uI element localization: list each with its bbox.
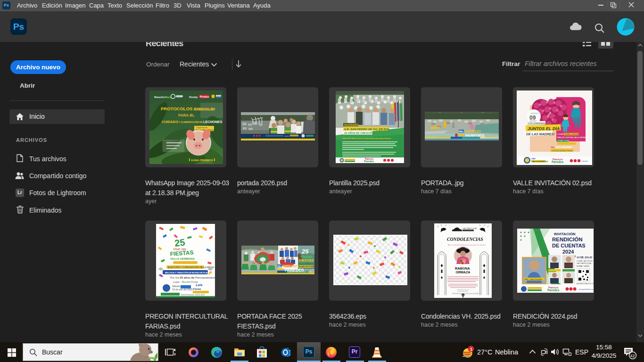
svg-text:20 AÑOS DE CREACIÓN: 20 AÑOS DE CREACIÓN	[344, 132, 374, 134]
svg-text:HORA: 10:H00 AM: HORA: 10:H00 AM	[564, 133, 579, 135]
svg-text:Fiestas: Fiestas	[301, 255, 312, 258]
svg-text:MSc.: MSc.	[459, 131, 464, 133]
svg-text:ELECCIÓN Y CORONACIÓN DE LA RE: ELECCIÓN Y CORONACIÓN DE LA REINA	[168, 266, 215, 269]
svg-text:CONDOLENCIAS: CONDOLENCIAS	[447, 237, 483, 242]
svg-text:2024: 2024	[562, 249, 574, 255]
svg-text:ADMINISTRACIÓN 2023: ADMINISTRACIÓN 2023	[481, 137, 499, 139]
svg-text:U.E. SAN PEDRO DE V.H. EN SUS: U.E. SAN PEDRO DE V.H. EN SUS	[344, 128, 389, 131]
svg-text:JUNTOS EL DÍA: JUNTOS EL DÍA	[528, 126, 560, 131]
svg-text:RanchoMary: RanchoMary	[154, 96, 172, 99]
svg-text:Valle Hermoso, 03 de junio de: Valle Hermoso, 03 de junio de 2025	[452, 293, 479, 295]
svg-text:Y ALIMENTACIÓN DE: Y ALIMENTACIÓN DE	[179, 120, 203, 123]
svg-text:INVITACIÓN: INVITACIÓN	[554, 232, 576, 236]
svg-text:GANA PREMIOS: GANA PREMIOS	[191, 159, 213, 162]
svg-text:LECHONES: LECHONES	[203, 120, 222, 124]
svg-text:Luis: Luis	[196, 283, 202, 287]
svg-text:HORA: 10:H00: HORA: 10:H00	[558, 140, 569, 142]
svg-text:Sábado: Sábado	[172, 285, 180, 288]
svg-text:ANA MERINO: ANA MERINO	[555, 146, 572, 148]
svg-text:RENDICIÓN: RENDICIÓN	[552, 237, 583, 242]
svg-text:GAD: GAD	[531, 157, 536, 160]
svg-text:Lugar : Recinto Ferial: Lugar : Recinto Ferial	[173, 280, 198, 283]
svg-text:Farias: Farias	[193, 288, 201, 290]
svg-text:ESENCIALES: ESENCIALES	[194, 107, 215, 111]
svg-text:PATRICIO: PATRICIO	[465, 130, 481, 133]
svg-text:PAREDES: PAREDES	[285, 268, 304, 272]
svg-text:RAMONA: RAMONA	[455, 267, 470, 270]
svg-text:DE CUENTAS: DE CUENTAS	[552, 243, 586, 248]
svg-text:Pronaca: Pronaca	[200, 96, 209, 98]
svg-text:PARQUE CENTRAL VALLE HERMOSO: PARQUE CENTRAL VALLE HERMOSO	[557, 137, 589, 139]
svg-text:www.gadvallehermoso.gob.ec: www.gadvallehermoso.gob.ec	[578, 288, 594, 290]
svg-text:ADMINISTRACIÓN 2023 - 2027: ADMINISTRACIÓN 2023 - 2027	[577, 282, 594, 285]
svg-text:GAD PARROQUIAL: GAD PARROQUIAL	[577, 263, 592, 264]
svg-text:www.gad...: www.gad...	[582, 160, 589, 162]
svg-text:PATRICIO: PATRICIO	[283, 264, 297, 268]
svg-text:BELLEZA Y TRADICIÓN DE BODAS D: BELLEZA Y TRADICIÓN DE BODAS DE PLATA	[165, 272, 210, 274]
svg-text:ORMAZA: ORMAZA	[456, 271, 471, 274]
svg-text:DE LAS MADRES!: DE LAS MADRES!	[526, 132, 555, 136]
svg-text:¡Feliz 25° Aniversario, Unidad: ¡Feliz 25° Aniversario, Unidad Educativa…	[342, 137, 391, 140]
svg-text:FELICIDADES: FELICIDADES	[344, 124, 358, 126]
svg-text:Puntiy: Puntiy	[189, 96, 198, 99]
svg-text:GAD PARROQUIAL: GAD PARROQUIAL	[462, 228, 477, 230]
svg-text:Abg.: Abg.	[551, 146, 555, 148]
svg-text:Junto!: Junto!	[284, 135, 290, 137]
svg-text:19 de julio del 2025: 19 de julio del 2025	[172, 288, 193, 291]
svg-text:Por los 25 años de Parroquiali: Por los 25 años de Parroquialización	[170, 276, 215, 279]
svg-text:VALLE HERMOSO: VALLE HERMOSO	[532, 160, 548, 163]
svg-text:14 DE JULIO: 14 DE JULIO	[577, 256, 593, 259]
svg-text:Ante el sensible fallecimiento: Ante el sensible fallecimiento de quien …	[448, 244, 486, 246]
svg-text:LUGAR:: LUGAR:	[557, 133, 564, 135]
svg-text:Paredes: Paredes	[547, 288, 560, 292]
svg-text:Comisión de Área Social: Comisión de Área Social	[552, 149, 572, 152]
svg-text:CUIDADO: CUIDADO	[162, 120, 178, 124]
svg-text:MSc.: MSc.	[278, 265, 282, 267]
svg-text:Paredes: Paredes	[552, 160, 564, 164]
svg-text:FIESTAS: FIESTAS	[299, 258, 314, 263]
svg-text:Administración 2023-2027: Administración 2023-2027	[181, 294, 206, 296]
svg-text:¡CELEBREMOS: ¡CELEBREMOS	[528, 122, 547, 125]
svg-text:HORA: 14H30: HORA: 14H30	[577, 265, 589, 267]
svg-text:25: 25	[301, 248, 309, 255]
svg-text:LUGAR: SALÓN DEL: LUGAR: SALÓN DEL	[577, 260, 593, 262]
svg-text:MSc. Jaime Paredes: MSc. Jaime Paredes	[525, 278, 542, 280]
svg-text:1: 1	[470, 346, 473, 352]
svg-text:VALLE HERMOSO: VALLE HERMOSO	[298, 263, 314, 265]
svg-text:Paredes: Paredes	[364, 160, 374, 163]
svg-text:PROTOCOLOS: PROTOCOLOS	[161, 106, 192, 111]
svg-text:42: 42	[630, 354, 635, 358]
svg-text:VALLE HERMOSO: VALLE HERMOSO	[170, 257, 195, 260]
svg-text:PARA EL: PARA EL	[178, 113, 194, 117]
